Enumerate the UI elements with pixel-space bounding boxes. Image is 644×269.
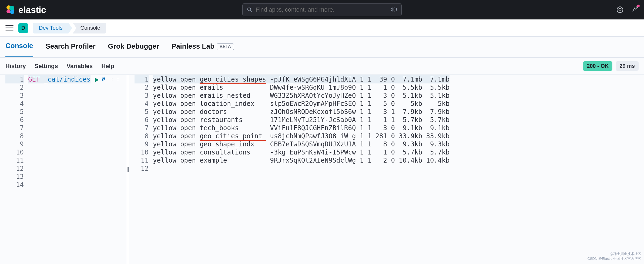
search-shortcut: ⌘/	[391, 7, 397, 13]
output-row: yellow open geo_shape_indx CBB7eIwDSQSVm…	[153, 140, 450, 148]
svg-point-2	[6, 9, 10, 13]
help-icon[interactable]	[616, 6, 623, 13]
global-search[interactable]: ⌘/	[242, 3, 402, 16]
breadcrumb: Dev Tools Console	[33, 23, 106, 33]
tab-grok-debugger[interactable]: Grok Debugger	[108, 42, 159, 57]
output-row: yellow open emails_nested WG33Z5hXRAOtYc…	[153, 92, 450, 100]
response-time: 29 ms	[616, 61, 639, 71]
more-button[interactable]: ⋮⋮	[109, 79, 121, 81]
search-icon	[247, 7, 252, 12]
news-icon[interactable]	[632, 6, 639, 14]
tab-console[interactable]: Console	[5, 42, 33, 57]
space-badge[interactable]: D	[18, 23, 28, 33]
svg-point-6	[617, 7, 623, 13]
watermark: @稀土掘金技术社区 CSDN @Elastic 中国社区官方博客	[587, 251, 641, 261]
options-button[interactable]	[101, 76, 107, 84]
tab-painless-lab[interactable]: Painless LabBETA	[172, 42, 234, 57]
output-row: yellow open restaurants 171MeLMyTu251Y-J…	[153, 116, 450, 124]
toolbar-link-variables[interactable]: Variables	[67, 63, 93, 70]
status-badge: 200 - OK	[583, 61, 612, 71]
brand-name: elastic	[18, 5, 46, 15]
output-row: yellow open tech_books VViFu1F8QJCGHFnZB…	[153, 124, 450, 132]
output-row: yellow open geo_cities_point us8jcbNmQPa…	[153, 132, 450, 140]
request-gutter: 1234567891011121314	[0, 75, 27, 264]
svg-line-5	[250, 11, 252, 12]
toolbar-link-help[interactable]: Help	[101, 63, 114, 70]
crumb-console[interactable]: Console	[73, 23, 106, 33]
notification-dot	[637, 5, 640, 7]
run-button[interactable]	[95, 78, 99, 82]
tabs-area: ConsoleSearch ProfilerGrok DebuggerPainl…	[0, 37, 644, 58]
output-row: yellow open consultations -3kg_EuPSnKsW4…	[153, 148, 450, 156]
svg-point-3	[10, 10, 14, 14]
svg-point-4	[248, 8, 251, 11]
global-header: elastic ⌘/	[0, 0, 644, 19]
menu-toggle[interactable]	[5, 25, 14, 31]
crumb-dev-tools[interactable]: Dev Tools	[33, 23, 68, 33]
search-input[interactable]	[256, 6, 388, 13]
output-row: yellow open emails DWw4fe-wSRGqKU_1mJ8o9…	[153, 83, 450, 92]
tab-search-profiler[interactable]: Search Profiler	[46, 42, 96, 57]
response-output: yellow open geo_cities_shapes -pJfK_eWSg…	[152, 75, 451, 264]
toolbar-link-settings[interactable]: Settings	[35, 63, 58, 70]
editor-area: 1234567891011121314 GET _cat/indices ⋮⋮ …	[0, 75, 644, 264]
pane-divider[interactable]: ‖	[127, 75, 129, 264]
nav-bar: D Dev Tools Console	[0, 19, 644, 37]
output-row: yellow open geo_cities_shapes -pJfK_eWSg…	[153, 75, 450, 83]
elastic-logo-icon	[5, 5, 15, 15]
svg-point-7	[619, 9, 621, 11]
console-toolbar: HistorySettingsVariablesHelp 200 - OK 29…	[0, 58, 644, 75]
output-row: yellow open doctors zJOhOsNRQDeKcxofl5bS…	[153, 108, 450, 116]
request-editor[interactable]: GET _cat/indices	[27, 75, 92, 264]
beta-badge: BETA	[217, 43, 234, 50]
output-row: yellow open location_index slp5oEWcR2Oym…	[153, 100, 450, 108]
response-pane[interactable]: 123456789101112 yellow open geo_cities_s…	[129, 75, 644, 264]
logo[interactable]: elastic	[5, 5, 46, 15]
output-row: yellow open example 9RJrxSqKQt2XIeN9Sdcl…	[153, 156, 450, 164]
response-gutter: 123456789101112	[129, 75, 152, 264]
request-pane[interactable]: 1234567891011121314 GET _cat/indices ⋮⋮	[0, 75, 127, 264]
toolbar-link-history[interactable]: History	[5, 63, 26, 70]
